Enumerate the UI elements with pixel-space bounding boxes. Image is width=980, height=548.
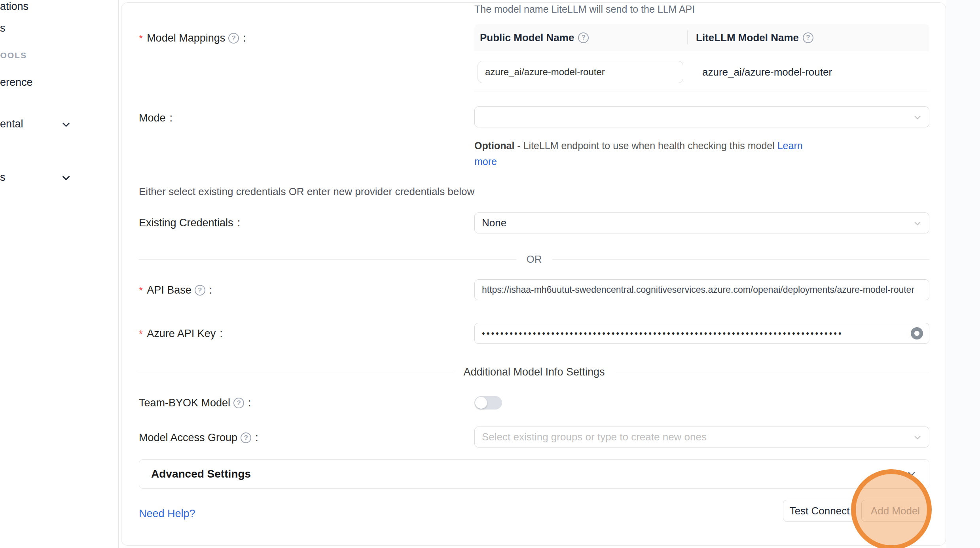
model-access-group-select[interactable]: Select existing groups or type to create… bbox=[474, 427, 929, 448]
divider-line bbox=[139, 372, 453, 372]
divider-line bbox=[615, 372, 929, 372]
help-icon[interactable]: ? bbox=[578, 32, 589, 43]
divider-line bbox=[139, 259, 516, 260]
divider-line bbox=[552, 259, 930, 260]
litellm-model-name-value: azure_ai/azure-model-router bbox=[702, 66, 832, 78]
mode-help-text: Optional - LiteLLM endpoint to use when … bbox=[474, 138, 815, 169]
help-icon[interactable]: ? bbox=[228, 33, 239, 44]
model-access-group-placeholder: Select existing groups or type to create… bbox=[482, 431, 707, 443]
sidebar-item[interactable]: erence bbox=[0, 76, 33, 89]
team-byok-label: Team-BYOK Model ? : bbox=[139, 397, 251, 409]
sidebar-section-tools: TOOLS bbox=[0, 51, 27, 60]
azure-api-key-label: * Azure API Key : bbox=[139, 328, 223, 340]
add-model-page: ations s TOOLS erence ental s The model … bbox=[0, 0, 980, 548]
model-mappings-label: * Model Mappings ? : bbox=[139, 32, 246, 44]
required-mark: * bbox=[139, 33, 143, 44]
chevron-down-icon[interactable] bbox=[60, 172, 72, 184]
help-icon[interactable]: ? bbox=[233, 398, 244, 408]
toggle-knob bbox=[475, 397, 487, 409]
litellm-model-name-helper: The model name LiteLLM will send to the … bbox=[474, 4, 695, 15]
table-row-border bbox=[474, 91, 929, 91]
sidebar: ations s TOOLS erence ental s bbox=[0, 0, 119, 548]
add-model-button[interactable]: Add Model bbox=[861, 500, 929, 522]
model-mappings-table-header: Public Model Name ? LiteLLM Model Name ? bbox=[474, 24, 929, 51]
existing-credentials-select[interactable]: None bbox=[474, 212, 929, 233]
add-model-form-card: The model name LiteLLM will send to the … bbox=[121, 2, 946, 546]
required-mark: * bbox=[139, 285, 143, 296]
help-icon[interactable]: ? bbox=[803, 32, 813, 43]
chevron-down-icon bbox=[912, 218, 923, 229]
advanced-settings-panel[interactable]: Advanced Settings bbox=[139, 459, 929, 489]
help-icon[interactable]: ? bbox=[241, 432, 251, 443]
additional-info-divider: Additional Model Info Settings bbox=[139, 366, 929, 378]
mode-select[interactable] bbox=[474, 106, 929, 127]
mode-label: Mode : bbox=[139, 112, 172, 124]
or-divider: OR bbox=[139, 253, 929, 265]
sidebar-item[interactable]: ental bbox=[0, 118, 23, 130]
model-access-group-label: Model Access Group ? : bbox=[139, 432, 258, 444]
test-connect-button[interactable]: Test Connect bbox=[783, 500, 856, 522]
help-icon[interactable]: ? bbox=[195, 285, 205, 296]
page-background bbox=[946, 0, 980, 548]
existing-credentials-label: Existing Credentials : bbox=[139, 217, 240, 229]
eye-icon[interactable] bbox=[911, 327, 923, 339]
advanced-settings-title: Advanced Settings bbox=[151, 468, 251, 480]
credentials-note: Either select existing credentials OR en… bbox=[139, 186, 474, 198]
table-header-public-model-name: Public Model Name ? bbox=[480, 24, 589, 51]
public-model-name-input[interactable] bbox=[478, 61, 683, 83]
or-divider-label: OR bbox=[527, 253, 542, 265]
chevron-down-icon bbox=[912, 112, 923, 123]
azure-api-key-field bbox=[474, 323, 929, 344]
column-divider bbox=[687, 30, 688, 45]
api-base-label: * API Base ? : bbox=[139, 284, 212, 296]
chevron-down-icon bbox=[912, 432, 923, 443]
chevron-down-icon[interactable] bbox=[60, 119, 72, 131]
sidebar-item[interactable]: s bbox=[0, 171, 6, 184]
sidebar-item[interactable]: s bbox=[0, 22, 6, 34]
sidebar-item[interactable]: ations bbox=[0, 0, 28, 13]
api-base-input[interactable] bbox=[474, 279, 929, 300]
chevron-down-icon bbox=[906, 468, 917, 480]
additional-info-divider-label: Additional Model Info Settings bbox=[463, 366, 605, 378]
need-help-link[interactable]: Need Help? bbox=[139, 508, 195, 520]
required-mark: * bbox=[139, 329, 143, 339]
table-header-litellm-model-name: LiteLLM Model Name ? bbox=[696, 24, 813, 51]
team-byok-toggle[interactable] bbox=[474, 396, 502, 410]
azure-api-key-input[interactable] bbox=[474, 323, 929, 344]
existing-credentials-value: None bbox=[482, 217, 506, 229]
